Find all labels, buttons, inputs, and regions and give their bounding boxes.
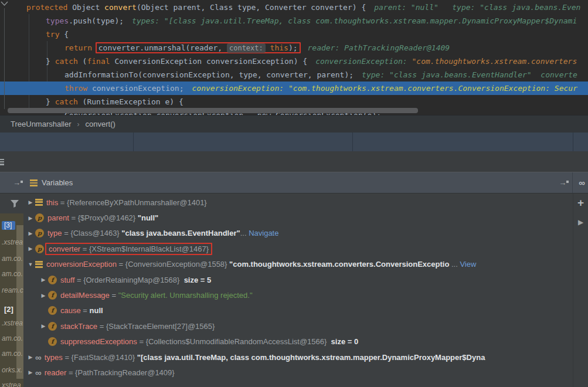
tab-cell [0, 133, 134, 151]
variable-value: "class java.beans.EventHandler" [121, 229, 240, 237]
variable-value: = {StackTraceElement[27]@1565} [97, 322, 215, 331]
code-token: ConversionException conversionException)… [110, 57, 308, 66]
annotation-red-box: converter.unmarshal(reader, context: thi… [96, 42, 301, 53]
editor-horizontal-scrollbar[interactable] [8, 108, 418, 113]
frames-strip[interactable]: [3].xstreaam.co.am.co.ream.c[2].xstreaam… [0, 213, 23, 387]
variable-name: suppressedExceptions [60, 337, 137, 346]
code-editor[interactable]: protected Object convert(Object parent, … [0, 0, 588, 115]
variables-tree: ▶this = {ReferenceByXPathUnmarshaller@14… [23, 195, 572, 387]
variable-value: = {FastStack@1410} [63, 353, 137, 362]
play-icon[interactable]: ▶ [573, 218, 588, 226]
variable-row-parent[interactable]: ▶pparent = {$Proxy0@1462} "null" [23, 210, 572, 225]
frame-item[interactable]: [3] [2, 221, 15, 230]
code-token: convert [104, 3, 137, 12]
chevron-collapsed-icon[interactable]: ▶ [39, 323, 48, 329]
variable-value: = {XStream$InternalBlackList@1467} [80, 245, 209, 253]
variable-row-stackTrace[interactable]: ▶fstackTrace = {StackTraceElement[27]@15… [23, 318, 572, 334]
chevron-collapsed-icon[interactable]: ▶ [26, 369, 35, 375]
variables-panel-header: → Variables → ∞ [0, 172, 588, 193]
object-bars-icon [35, 261, 43, 268]
variable-value: size = 0 [331, 337, 359, 346]
code-line: } catch (final ConversionException conve… [0, 55, 588, 68]
variable-name: reader [45, 368, 67, 377]
variable-value: "com.thoughtworks.xstream.converters.Con… [229, 260, 449, 269]
variable-value: = {$Proxy0@1462} [69, 213, 138, 222]
variable-row-stuff[interactable]: ▶fstuff = {OrderRetainingMap@1568} size … [23, 272, 572, 287]
inline-debug-hint: types: "[class java.util.TreeMap, class … [132, 16, 577, 25]
variable-name: stuff [60, 276, 74, 284]
frame-item[interactable]: xstrea [2, 381, 21, 387]
code-token: addInformationTo(conversionException, ty… [64, 70, 354, 79]
tab-cell [134, 133, 353, 151]
variable-row-types[interactable]: ▶∞types = {FastStack@1410} "[class java.… [23, 349, 572, 365]
chevron-collapsed-icon[interactable]: ▶ [26, 230, 35, 236]
breadcrumb: TreeUnmarshaller › convert() [0, 115, 588, 133]
code-line-execution-point: throw conversionException;conversionExce… [0, 82, 588, 95]
breadcrumb-method[interactable]: convert() [82, 120, 119, 128]
variable-value: "Security alert. Unmarshalling rejected.… [118, 291, 253, 300]
parameter-icon: p [35, 229, 44, 237]
inline-debug-hint: parent: "null" type: "class java.beans.E… [374, 3, 580, 12]
variable-row-suppressedExceptions[interactable]: fsuppressedExceptions = {Collections$Unm… [23, 334, 572, 349]
chevron-collapsed-icon[interactable]: ▶ [39, 293, 48, 298]
chevron-collapsed-icon[interactable]: ▶ [39, 277, 48, 283]
chevron-collapsed-icon[interactable]: ▶ [26, 246, 35, 252]
focus-pin-icon[interactable]: → [556, 178, 569, 187]
chevron-expanded-icon[interactable]: ▼ [26, 262, 35, 267]
code-line: protected Object convert(Object parent, … [0, 1, 588, 14]
view-link[interactable]: View [460, 260, 476, 269]
watches-oo-icon[interactable]: ∞ [576, 178, 587, 188]
code-token: ( [78, 57, 87, 66]
local-variable-icon: ∞ [35, 368, 41, 377]
code-token: } [46, 97, 55, 106]
variable-name: parent [47, 213, 69, 222]
focus-pin-icon[interactable]: → [11, 178, 23, 187]
variable-value: "[class java.util.TreeMap, class com.tho… [137, 353, 485, 362]
variable-row-cause[interactable]: fcause = null [23, 303, 572, 318]
variable-row-this[interactable]: ▶this = {ReferenceByXPathUnmarshaller@14… [23, 195, 572, 210]
code-token: (Object parent, Class type, Converter co… [137, 3, 366, 12]
side-toolbar: + ▶ [573, 193, 588, 387]
frame-item[interactable]: am.co. [2, 254, 23, 263]
frame-item[interactable]: .xstrea [2, 238, 23, 246]
frame-item[interactable]: am.co. [2, 270, 23, 278]
frame-item[interactable]: am.co. [2, 334, 23, 342]
param-name-hint: context: [227, 43, 266, 53]
code-line: try { [0, 28, 588, 41]
frame-item[interactable]: ream.c [2, 286, 23, 294]
variable-row-conversionException[interactable]: ▼conversionException = {ConversionExcept… [23, 257, 572, 272]
variable-row-detailMessage[interactable]: ▶fdetailMessage = "Security alert. Unmar… [23, 287, 572, 303]
frame-item[interactable]: am.co. [2, 349, 23, 358]
variable-row-type[interactable]: ▶ptype = {Class@1463} "class java.beans.… [23, 226, 572, 241]
add-icon[interactable]: + [573, 197, 588, 209]
variable-value: ... [240, 229, 249, 237]
code-token: catch [55, 97, 78, 106]
code-token: converter.unmarshal(reader, [98, 43, 227, 52]
variable-row-reader[interactable]: ▶∞reader = {PathTrackingReader@1409} [23, 365, 572, 380]
code-token: final [87, 57, 110, 66]
variable-name: conversionException [46, 260, 117, 269]
field-icon: f [48, 306, 57, 315]
debugger-tab-band [0, 133, 588, 151]
field-icon: f [48, 322, 57, 331]
frame-item[interactable]: orks.x. [2, 366, 22, 374]
filter-icon[interactable] [9, 198, 20, 209]
variable-row-converter[interactable]: ▶pconverter = {XStream$InternalBlackList… [23, 241, 572, 256]
variable-value: = {OrderRetainingMap@1568} [74, 276, 183, 284]
code-token: { [59, 30, 69, 39]
chevron-collapsed-icon[interactable]: ▶ [26, 354, 35, 360]
breadcrumb-separator-icon: › [75, 120, 82, 128]
code-token: } [46, 57, 55, 66]
frame-item[interactable]: .xstrea [2, 319, 23, 327]
chevron-collapsed-icon[interactable]: ▶ [26, 215, 35, 221]
breadcrumb-class[interactable]: TreeUnmarshaller [7, 120, 75, 128]
navigate-link[interactable]: Navigate [249, 229, 278, 237]
code-token: this [266, 43, 288, 52]
field-icon: f [48, 291, 57, 300]
code-line: addInformationTo(conversionException, ty… [0, 68, 588, 82]
local-variable-icon: ∞ [35, 353, 41, 362]
annotation-red-box: converter = {XStream$InternalBlackList@1… [45, 243, 212, 255]
code-token: ); [288, 43, 298, 52]
chevron-collapsed-icon[interactable]: ▶ [26, 199, 35, 205]
frame-item[interactable]: [2] [4, 305, 13, 314]
